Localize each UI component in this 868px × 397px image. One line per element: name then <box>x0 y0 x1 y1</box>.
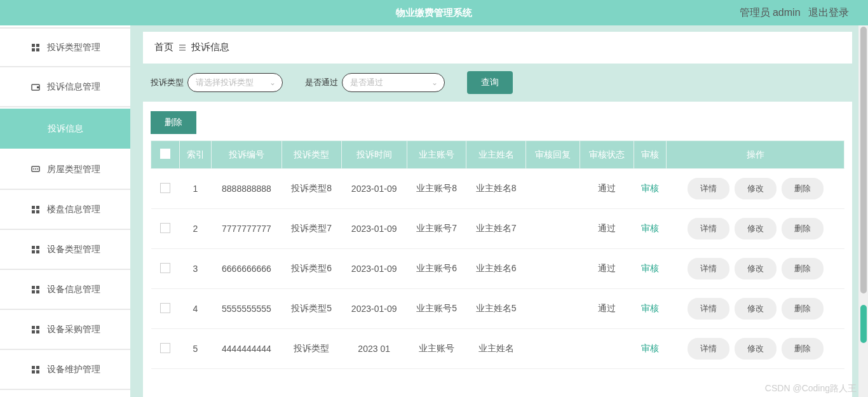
delete-button[interactable]: 删除 <box>151 111 196 134</box>
cell <box>151 329 180 369</box>
cell: 通过 <box>580 289 634 329</box>
pass-status-select[interactable]: 是否通过 ⌄ <box>342 73 445 92</box>
audit-link[interactable]: 审核 <box>641 183 659 193</box>
scrollbar-track[interactable] <box>858 25 868 397</box>
breadcrumb-sep-icon <box>179 44 186 51</box>
cell: 4 <box>180 289 212 329</box>
sidebar-item-8[interactable]: 设备维护管理 <box>0 350 130 390</box>
edit-button[interactable]: 修改 <box>735 258 776 279</box>
breadcrumb-current: 投诉信息 <box>191 41 229 53</box>
table-row: 36666666666投诉类型62023-01-09业主账号6业主姓名6通过审核… <box>151 249 844 289</box>
row-delete-button[interactable]: 删除 <box>782 298 824 320</box>
edit-button[interactable]: 修改 <box>735 298 776 320</box>
cell: 2023 01 <box>341 329 407 369</box>
sidebar-item-6[interactable]: 设备信息管理 <box>0 270 130 310</box>
cell: 业主账号5 <box>407 289 466 329</box>
cell: 2023-01-09 <box>341 289 407 329</box>
cell <box>151 249 180 289</box>
sidebar-item-label: 设备信息管理 <box>47 284 100 295</box>
svg-rect-25 <box>36 330 39 333</box>
row-checkbox[interactable] <box>160 183 170 193</box>
cell <box>526 289 580 329</box>
sidebar-item-2[interactable]: 投诉信息 <box>0 109 130 149</box>
svg-rect-19 <box>36 286 39 289</box>
table-row: 54444444444投诉类型2023 01业主账号业主姓名审核详情修改删除 <box>151 329 844 369</box>
svg-point-7 <box>33 168 34 170</box>
row-checkbox[interactable] <box>160 343 170 353</box>
row-delete-button[interactable]: 删除 <box>782 258 824 279</box>
grid-icon <box>31 325 41 335</box>
row-checkbox[interactable] <box>160 223 170 233</box>
cell: 投诉类型5 <box>281 289 341 329</box>
grid-icon <box>31 365 41 375</box>
sidebar-item-1[interactable]: 投诉信息管理 <box>0 67 130 107</box>
scrollbar-thumb[interactable] <box>860 27 867 293</box>
detail-button[interactable]: 详情 <box>688 258 729 279</box>
sidebar-item-label: 楼盘信息管理 <box>47 204 100 215</box>
chevron-down-icon: ⌄ <box>269 78 276 87</box>
user-label[interactable]: 管理员 admin <box>740 7 801 18</box>
cell: 2 <box>180 209 212 249</box>
svg-rect-24 <box>32 330 35 333</box>
cell: 详情修改删除 <box>667 169 844 209</box>
sidebar-item-5[interactable]: 设备类型管理 <box>0 230 130 270</box>
cell: 投诉类型7 <box>281 209 341 249</box>
select-all-checkbox[interactable] <box>160 149 170 159</box>
table-container: 索引投诉编号投诉类型投诉时间业主账号业主姓名审核回复审核状态审核操作 18888… <box>143 140 852 397</box>
svg-point-9 <box>37 168 38 170</box>
audit-link[interactable]: 审核 <box>641 263 659 273</box>
row-checkbox[interactable] <box>160 263 170 273</box>
cell: 投诉类型 <box>281 329 341 369</box>
cell: 审核 <box>634 329 667 369</box>
svg-rect-23 <box>36 326 39 329</box>
wallet-icon <box>31 82 41 92</box>
row-checkbox[interactable] <box>160 303 170 313</box>
complaint-type-select[interactable]: 请选择投诉类型 ⌄ <box>187 73 283 92</box>
cell: 投诉类型6 <box>281 249 341 289</box>
svg-rect-11 <box>36 206 39 209</box>
edit-button[interactable]: 修改 <box>735 178 776 199</box>
sidebar-item-0[interactable]: 投诉类型管理 <box>0 27 130 67</box>
detail-button[interactable]: 详情 <box>688 338 729 360</box>
cell: 审核 <box>634 289 667 329</box>
header: 物业缴费管理系统 管理员 admin 退出登录 <box>0 0 868 25</box>
grid-icon <box>31 205 41 215</box>
cell: 业主姓名6 <box>466 249 526 289</box>
cell: 业主账号 <box>407 329 466 369</box>
row-delete-button[interactable]: 删除 <box>782 178 824 199</box>
breadcrumb-home[interactable]: 首页 <box>154 41 173 53</box>
audit-link[interactable]: 审核 <box>641 223 659 233</box>
sidebar-item-7[interactable]: 设备采购管理 <box>0 310 130 350</box>
col-header-1: 索引 <box>180 141 212 169</box>
edit-button[interactable]: 修改 <box>735 218 776 239</box>
svg-rect-14 <box>32 246 35 249</box>
cell <box>526 249 580 289</box>
row-delete-button[interactable]: 删除 <box>782 338 824 360</box>
detail-button[interactable]: 详情 <box>688 298 729 320</box>
breadcrumb: 首页 投诉信息 <box>143 32 852 64</box>
cell: 投诉类型8 <box>281 169 341 209</box>
cell: 2023-01-09 <box>341 169 407 209</box>
sidebar-item-label: 投诉信息管理 <box>47 81 100 93</box>
sidebar-item-label: 投诉信息 <box>48 123 83 135</box>
detail-button[interactable]: 详情 <box>688 218 729 239</box>
select-placeholder: 请选择投诉类型 <box>196 77 254 88</box>
audit-link[interactable]: 审核 <box>641 343 659 353</box>
cell: 业主账号6 <box>407 249 466 289</box>
table-row: 27777777777投诉类型72023-01-09业主账号7业主姓名7通过审核… <box>151 209 844 249</box>
scrollbar-thumb-accent[interactable] <box>860 305 867 343</box>
svg-rect-16 <box>32 250 35 253</box>
query-button[interactable]: 查询 <box>467 71 513 94</box>
row-delete-button[interactable]: 删除 <box>782 218 824 239</box>
detail-button[interactable]: 详情 <box>688 178 729 199</box>
cell: 1 <box>180 169 212 209</box>
logout-link[interactable]: 退出登录 <box>808 7 849 18</box>
audit-link[interactable]: 审核 <box>641 303 659 313</box>
sidebar-item-3[interactable]: 房屋类型管理 <box>0 150 130 190</box>
cell: 7777777777 <box>212 209 282 249</box>
cell: 8888888888 <box>212 169 282 209</box>
sidebar-item-4[interactable]: 楼盘信息管理 <box>0 190 130 230</box>
edit-button[interactable]: 修改 <box>735 338 776 360</box>
col-header-8: 审核状态 <box>580 141 634 169</box>
sidebar-item-label: 设备采购管理 <box>47 324 100 335</box>
